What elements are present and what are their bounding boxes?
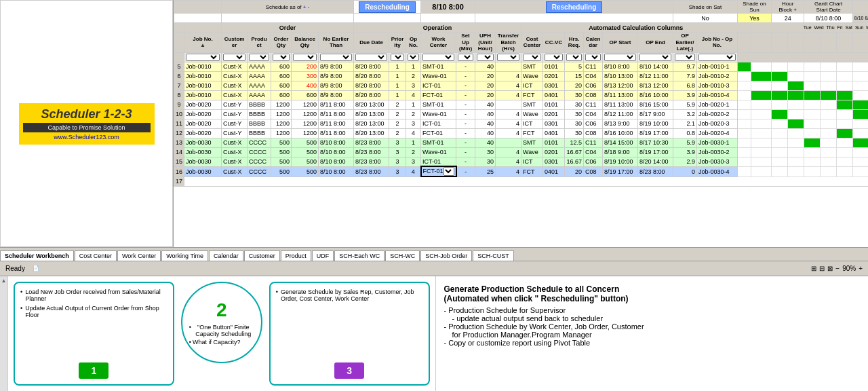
cell-pri[interactable]: 1 xyxy=(389,81,406,90)
cell-cc[interactable]: FCT xyxy=(521,166,543,176)
cell-su[interactable]: - xyxy=(456,109,475,119)
cell-job[interactable]: Job-0020 xyxy=(184,109,222,119)
cell-tb[interactable]: 4 xyxy=(496,147,521,157)
filter-job[interactable] xyxy=(186,54,220,61)
filter-tb[interactable] xyxy=(497,54,519,61)
cell-early[interactable]: 3.2 xyxy=(673,109,697,119)
cell-bqty[interactable]: 1200 xyxy=(292,119,319,128)
cell-op[interactable]: 2 xyxy=(406,109,421,119)
cell-end[interactable]: 8/12 11:00 xyxy=(638,71,673,81)
cell-due[interactable]: 8/20 13:00 xyxy=(354,100,389,109)
cell-cal[interactable]: C06 xyxy=(584,119,603,128)
cell-start[interactable]: 8/11 13:00 xyxy=(603,90,638,100)
cell-end[interactable]: 8/19 17:00 xyxy=(638,128,673,138)
cell-early[interactable]: 0 xyxy=(673,166,697,176)
cell-due[interactable]: 8/20 8:00 xyxy=(354,62,389,71)
cell-ccvc[interactable]: 0301 xyxy=(543,81,565,90)
cell-end[interactable]: 8/17 9:00 xyxy=(638,109,673,119)
cell-early[interactable]: 0.8 xyxy=(673,128,697,138)
cell-pri[interactable]: 2 xyxy=(389,128,406,138)
tab-item[interactable]: Cost Center xyxy=(75,250,117,261)
cell-due[interactable]: 8/20 8:00 xyxy=(354,81,389,90)
cell-early[interactable]: 2.1 xyxy=(673,119,697,128)
cell-cust[interactable]: Cust-Y xyxy=(222,109,248,119)
tab-item[interactable]: Customer xyxy=(244,250,280,261)
cell-tb[interactable]: 4 xyxy=(496,128,521,138)
cell-early[interactable]: 3.9 xyxy=(673,147,697,157)
cell-jobop[interactable]: Job-0010-2 xyxy=(697,71,738,81)
cell-bqty[interactable]: 1200 xyxy=(292,128,319,138)
filter-wc[interactable] xyxy=(422,54,454,61)
cell-start[interactable]: 8/11 13:00 xyxy=(603,100,638,109)
cell-oqty[interactable]: 1200 xyxy=(271,119,292,128)
cell-cc[interactable]: SMT xyxy=(521,138,543,147)
cell-wc[interactable]: SMT-01 xyxy=(421,138,456,147)
reschedule-button-2[interactable]: Rescheduling xyxy=(546,1,603,13)
cell-job[interactable]: Job-0020 xyxy=(184,128,222,138)
cell-uph[interactable]: 30 xyxy=(475,147,496,157)
tab-item[interactable]: SCH-Job Order xyxy=(420,250,472,261)
cell-wc[interactable]: SMT-01 xyxy=(421,100,456,109)
cell-ne[interactable]: 8/10 8:00 xyxy=(319,147,354,157)
cell-ne[interactable]: 8/10 8:00 xyxy=(319,166,354,176)
cell-start[interactable]: 8/14 15:00 xyxy=(603,138,638,147)
cell-cc[interactable]: Wave xyxy=(521,71,543,81)
cell-jobop[interactable]: Job-0030-4 xyxy=(697,166,738,176)
cell-tb[interactable] xyxy=(496,62,521,71)
cell-jobop[interactable]: Job-0020-2 xyxy=(697,109,738,119)
cell-op[interactable]: 4 xyxy=(406,90,421,100)
table-row[interactable]: 15 Job-0030 Cust-X CCCC 500 500 8/10 8:0… xyxy=(174,157,869,166)
cell-due[interactable]: 8/20 13:00 xyxy=(354,128,389,138)
cell-prod[interactable]: BBBB xyxy=(248,100,271,109)
cell-bqty[interactable]: 500 xyxy=(292,138,319,147)
cell-pri[interactable]: 2 xyxy=(389,119,406,128)
cell-end[interactable]: 8/16 15:00 xyxy=(638,100,673,109)
cell-bqty[interactable]: 500 xyxy=(292,157,319,166)
cell-early[interactable]: 6.8 xyxy=(673,81,697,90)
cell-wc[interactable]: Wave-01 xyxy=(421,147,456,157)
cell-su[interactable]: - xyxy=(456,166,475,176)
filter-due[interactable] xyxy=(355,54,387,61)
cell-cal[interactable]: C04 xyxy=(584,147,603,157)
cell-wc[interactable]: FCT-01 xyxy=(421,128,456,138)
cell-hrs[interactable]: 16.67 xyxy=(565,157,584,166)
cell-tb[interactable] xyxy=(496,138,521,147)
filter-oqty[interactable] xyxy=(273,54,290,61)
filter-ccvc[interactable] xyxy=(545,54,563,61)
cell-bqty[interactable]: 1200 xyxy=(292,100,319,109)
cell-jobop[interactable]: Job-0030-2 xyxy=(697,147,738,157)
table-row[interactable]: 14 Job-0030 Cust-X CCCC 500 500 8/10 8:0… xyxy=(174,147,869,157)
cell-oqty[interactable]: 600 xyxy=(271,81,292,90)
cell-prod[interactable]: AAAA xyxy=(248,71,271,81)
cell-due[interactable]: 8/23 8:00 xyxy=(354,157,389,166)
cell-wc[interactable]: Wave-01 xyxy=(421,109,456,119)
cell-uph[interactable]: 40 xyxy=(475,119,496,128)
cell-ne[interactable]: 8/10 8:00 xyxy=(319,138,354,147)
cell-ccvc[interactable]: 0101 xyxy=(543,62,565,71)
cell-early[interactable]: 7.9 xyxy=(673,71,697,81)
cell-tb[interactable]: 4 xyxy=(496,119,521,128)
cell-op[interactable]: 3 xyxy=(406,119,421,128)
cell-job[interactable]: Job-0010 xyxy=(184,62,222,71)
cell-bqty[interactable]: 500 xyxy=(292,147,319,157)
cell-due[interactable]: 8/20 13:00 xyxy=(354,119,389,128)
cell-jobop[interactable]: Job-0020-4 xyxy=(697,128,738,138)
tab-item[interactable]: Scheduler Workbench xyxy=(0,250,74,261)
cell-oqty[interactable]: 600 xyxy=(271,90,292,100)
cell-cal[interactable]: C04 xyxy=(584,109,603,119)
cell-cc[interactable]: ICT xyxy=(521,81,543,90)
cell-prod[interactable]: AAAA xyxy=(248,81,271,90)
cell-due[interactable]: 8/20 8:00 xyxy=(354,90,389,100)
cell-hrs[interactable]: 30 xyxy=(565,90,584,100)
cell-cust[interactable]: Cust-X xyxy=(222,166,248,176)
cell-end[interactable]: 8/19 10:00 xyxy=(638,119,673,128)
table-row[interactable]: 6 Job-0010 Cust-X AAAA 600 300 8/9 8:00 … xyxy=(174,71,869,81)
cell-oqty[interactable]: 500 xyxy=(271,166,292,176)
cell-ccvc[interactable]: 0401 xyxy=(543,128,565,138)
cell-hrs[interactable]: 30 xyxy=(565,109,584,119)
cell-oqty[interactable]: 500 xyxy=(271,147,292,157)
cell-start[interactable]: 8/19 17:00 xyxy=(603,166,638,176)
table-row[interactable]: 10 Job-0020 Cust-Y BBBB 1200 1200 8/11 8… xyxy=(174,109,869,119)
cell-early[interactable]: 9.7 xyxy=(673,62,697,71)
table-row[interactable]: 7 Job-0010 Cust-X AAAA 600 400 8/9 8:00 … xyxy=(174,81,869,90)
